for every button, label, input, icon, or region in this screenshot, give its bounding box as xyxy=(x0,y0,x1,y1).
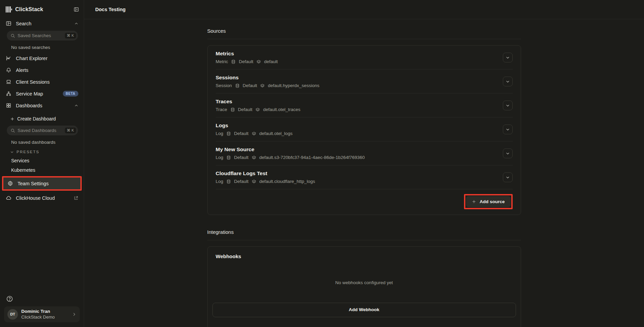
source-kind: Log xyxy=(216,179,224,184)
sidebar-item-chart-explorer[interactable]: Chart Explorer xyxy=(0,52,84,64)
team-settings-highlight: Team Settings xyxy=(2,176,82,191)
table-stack-icon xyxy=(255,107,260,112)
source-connection: Default xyxy=(239,59,253,64)
webhooks-title: Webhooks xyxy=(212,253,516,259)
table-stack-icon xyxy=(252,155,256,160)
source-connection: Default xyxy=(234,131,249,136)
saved-searches-field[interactable] xyxy=(18,33,62,38)
plus-icon xyxy=(10,117,15,121)
webhooks-card: Webhooks No webhooks configured yet Add … xyxy=(207,246,521,327)
avatar: DT xyxy=(7,309,18,320)
source-table: default.hyperdx_sessions xyxy=(268,83,319,88)
add-webhook-button[interactable]: Add Webhook xyxy=(212,303,516,317)
beta-badge: BETA xyxy=(63,91,78,97)
settings-content[interactable]: Sources Metrics Metric Default default xyxy=(84,19,644,327)
source-table: default.otel_traces xyxy=(263,107,300,112)
expand-source-button[interactable] xyxy=(503,148,513,158)
source-name: Metrics xyxy=(216,51,503,57)
source-row[interactable]: Sessions Session Default default.hyperdx… xyxy=(216,70,513,93)
help-icon[interactable] xyxy=(6,295,80,302)
presets-label: PRESETS xyxy=(17,150,40,154)
search-section-icon xyxy=(5,21,11,26)
sidebar-item-team-settings[interactable]: Team Settings xyxy=(3,178,80,189)
sidebar-item-label: Team Settings xyxy=(18,181,49,186)
chevron-right-icon xyxy=(72,312,76,317)
sidebar-item-dashboards[interactable]: Dashboards xyxy=(0,100,84,111)
source-table: default.s3-720bfc37-94a1-4aec-86de-1b264… xyxy=(259,155,365,160)
add-source-area: Add source xyxy=(216,189,513,215)
laptop-icon xyxy=(5,79,11,85)
plus-icon xyxy=(472,199,476,204)
sidebar-item-label: Alerts xyxy=(16,67,28,73)
search-icon xyxy=(10,128,15,133)
user-menu[interactable]: DT Dominic Tran ClickStack Demo xyxy=(4,306,80,322)
sidebar-item-client-sessions[interactable]: Client Sessions xyxy=(0,76,84,88)
expand-source-button[interactable] xyxy=(503,172,513,182)
source-connection: Default xyxy=(234,155,249,160)
add-source-highlight: Add source xyxy=(464,194,512,209)
sidebar-item-search[interactable]: Search xyxy=(0,18,84,29)
chevron-up-icon xyxy=(74,22,78,26)
main-area: Docs Testing Sources Metrics Metric Defa… xyxy=(84,0,644,327)
source-row[interactable]: My New Source Log Default default.s3-720… xyxy=(216,141,513,165)
expand-source-button[interactable] xyxy=(503,77,513,86)
table-stack-icon xyxy=(256,59,261,64)
shortcut-badge: ⌘ K xyxy=(65,128,76,133)
sidebar-nav: Search ⌘ K No saved searches Chart Explo… xyxy=(0,18,84,292)
sidebar-item-clickhouse-cloud[interactable]: ClickHouse Cloud xyxy=(0,192,84,204)
database-icon xyxy=(226,131,231,136)
topbar: Docs Testing xyxy=(84,0,644,19)
no-saved-searches-text: No saved searches xyxy=(0,43,84,52)
source-kind: Trace xyxy=(216,107,227,112)
saved-dashboards-field[interactable] xyxy=(18,128,62,133)
saved-searches-input[interactable]: ⌘ K xyxy=(7,31,78,40)
presets-toggle[interactable]: PRESETS xyxy=(0,147,84,156)
expand-source-button[interactable] xyxy=(503,101,513,110)
sidebar: ClickStack Search ⌘ K No sa xyxy=(0,0,84,327)
webhooks-empty-text: No webhooks configured yet xyxy=(212,280,516,285)
source-row[interactable]: Logs Log Default default.otel_logs xyxy=(216,117,513,141)
database-icon xyxy=(226,179,231,184)
source-connection: Default xyxy=(238,107,253,112)
no-saved-dashboards-text: No saved dashboards xyxy=(0,137,84,147)
source-row[interactable]: Cloudflare Logs Test Log Default default… xyxy=(216,165,513,189)
expand-source-button[interactable] xyxy=(503,125,513,134)
source-kind: Log xyxy=(216,155,224,160)
sidebar-item-label: ClickHouse Cloud xyxy=(16,195,55,201)
source-connection: Default xyxy=(243,83,257,88)
user-name: Dominic Tran xyxy=(21,309,69,315)
database-icon xyxy=(235,83,240,88)
sidebar-item-label: Client Sessions xyxy=(16,79,50,85)
breadcrumb: Docs Testing xyxy=(95,7,126,12)
sidebar-footer: DT Dominic Tran ClickStack Demo xyxy=(0,292,84,327)
sidebar-item-service-map[interactable]: Service Map BETA xyxy=(0,88,84,100)
external-link-icon xyxy=(74,196,78,200)
source-kind: Log xyxy=(216,131,224,136)
database-icon xyxy=(231,59,236,64)
user-org: ClickStack Demo xyxy=(21,315,69,320)
sidebar-item-label: Dashboards xyxy=(16,103,42,108)
source-name: Cloudflare Logs Test xyxy=(216,170,503,176)
chevron-up-icon xyxy=(74,104,78,108)
preset-item-kubernetes[interactable]: Kubernetes xyxy=(0,165,84,175)
gear-icon xyxy=(7,181,13,186)
saved-dashboards-input[interactable]: ⌘ K xyxy=(7,126,78,135)
source-name: My New Source xyxy=(216,146,503,153)
source-name: Traces xyxy=(216,99,503,105)
add-source-button[interactable]: Add source xyxy=(466,196,510,207)
clickstack-logo-icon xyxy=(5,6,12,13)
source-table: default.cloudflare_http_logs xyxy=(259,179,315,184)
source-connection: Default xyxy=(234,179,249,184)
create-dashboard-button[interactable]: Create Dashboard xyxy=(0,113,84,124)
add-source-label: Add source xyxy=(480,199,505,204)
collapse-sidebar-icon[interactable] xyxy=(74,7,79,12)
expand-source-button[interactable] xyxy=(503,53,513,62)
cloud-icon xyxy=(5,195,11,201)
source-kind: Metric xyxy=(216,59,228,64)
divider xyxy=(207,240,521,240)
sidebar-item-alerts[interactable]: Alerts xyxy=(0,64,84,76)
source-row[interactable]: Metrics Metric Default default xyxy=(216,46,513,70)
source-row[interactable]: Traces Trace Default default.otel_traces xyxy=(216,93,513,117)
sources-section-title: Sources xyxy=(207,28,521,39)
preset-item-services[interactable]: Services xyxy=(0,156,84,165)
